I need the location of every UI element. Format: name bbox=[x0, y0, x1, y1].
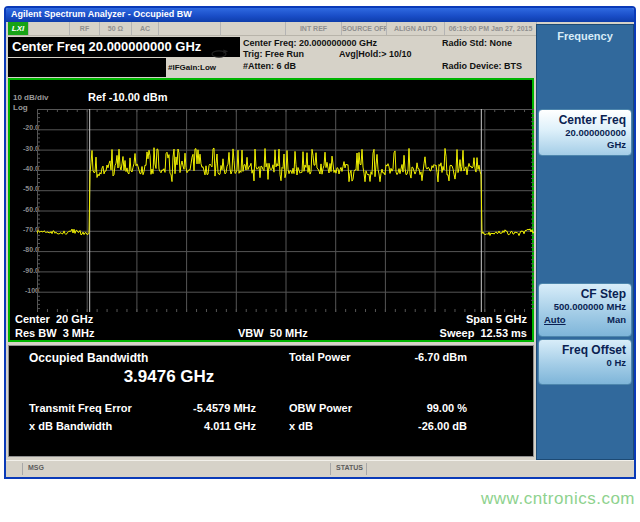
status-bar-divider bbox=[330, 463, 331, 475]
softkey-freq-offset-value: 0 Hz bbox=[544, 357, 626, 369]
screenshot-root: Agilent Spectrum Analyzer - Occupied BW … bbox=[0, 0, 640, 522]
status-cell-blank2 bbox=[159, 22, 221, 35]
softkey-panel: Frequency Center Freq 20.000000000 GHz C… bbox=[536, 24, 634, 460]
status-bar: MSG STATUS bbox=[6, 460, 634, 476]
softkey-cf-step-label: CF Step bbox=[544, 287, 626, 301]
softkey-center-freq[interactable]: Center Freq 20.000000000 GHz bbox=[538, 109, 632, 156]
y-tick-label: -90.0 bbox=[11, 267, 39, 274]
status-cell-source: SOURCE OFF bbox=[342, 22, 387, 35]
annot-trig: Trig: Free Run bbox=[243, 49, 304, 59]
xdb-bandwidth-value: 4.011 GHz bbox=[139, 420, 256, 432]
res-bw-annotation: Res BW 3 MHz bbox=[15, 327, 94, 339]
scale-label: 10 dB/div bbox=[13, 93, 49, 102]
status-cell-align: ALIGN AUTO bbox=[387, 22, 445, 35]
total-power-value: -6.70 dBm bbox=[349, 351, 467, 363]
softkey-freq-offset-label: Freq Offset bbox=[544, 343, 626, 357]
status-cell-blank1 bbox=[29, 22, 70, 35]
cf-step-man-option[interactable]: Man bbox=[607, 313, 626, 326]
annot-atten: #Atten: 6 dB bbox=[243, 61, 296, 71]
softkey-center-freq-value: 20.000000000 GHz bbox=[544, 127, 626, 151]
msg-label: MSG bbox=[28, 464, 44, 471]
status-cell-datetime: 06:19:00 PM Jan 27, 2015 bbox=[445, 22, 537, 35]
secondary-readout-box bbox=[8, 58, 166, 77]
y-tick-label: -30.0 bbox=[11, 145, 39, 152]
xdb-label: x dB bbox=[289, 420, 313, 432]
y-tick-label: -40.0 bbox=[11, 165, 39, 172]
active-function-readout: Center Freq 20.000000000 GHz bbox=[8, 37, 240, 57]
softkey-menu-title: Frequency bbox=[537, 30, 633, 42]
log-label: Log bbox=[13, 103, 28, 112]
status-cell-int-ref: INT REF bbox=[286, 22, 342, 35]
y-tick-label: -60.0 bbox=[11, 206, 39, 213]
watermark: www.cntronics.com bbox=[400, 489, 635, 509]
annot-radio-device: Radio Device: BTS bbox=[442, 61, 522, 71]
annot-radio-std: Radio Std: None bbox=[442, 38, 512, 48]
analyzer-window: Agilent Spectrum Analyzer - Occupied BW … bbox=[4, 6, 636, 479]
measurement-results-panel: Occupied Bandwidth 3.9476 GHz Transmit F… bbox=[8, 345, 534, 457]
y-tick-label: -100 bbox=[11, 287, 39, 294]
ref-level-label: Ref -10.00 dBm bbox=[88, 91, 167, 103]
active-function-text: Center Freq 20.000000000 GHz bbox=[12, 39, 201, 54]
y-tick-label: -80.0 bbox=[11, 246, 39, 253]
obw-label: Occupied Bandwidth bbox=[29, 351, 148, 365]
spectrum-display: 10 dB/div Log Ref -10.00 dBm -20.0 -30.0… bbox=[8, 78, 534, 342]
lxi-badge: LXI bbox=[8, 22, 29, 35]
y-tick-label: -20.0 bbox=[11, 124, 39, 131]
status-label: STATUS bbox=[336, 464, 363, 471]
graticule bbox=[37, 109, 534, 312]
softkey-freq-offset[interactable]: Freq Offset 0 Hz bbox=[538, 339, 632, 385]
status-bar-divider bbox=[22, 463, 23, 475]
status-cell-coupling: AC bbox=[132, 22, 159, 35]
softkey-cf-step-value: 500.000000 MHz bbox=[544, 301, 626, 313]
span-annotation: Span 5 GHz bbox=[466, 313, 527, 325]
total-power-label: Total Power bbox=[289, 351, 351, 363]
instrument-status-strip: LXI RF 50 Ω AC INT REF SOURCE OFF ALIGN … bbox=[8, 22, 537, 36]
annot-center-freq: Center Freq: 20.000000000 GHz bbox=[243, 38, 377, 48]
xdb-bandwidth-label: x dB Bandwidth bbox=[29, 420, 112, 432]
center-freq-annotation: Center 20 GHz bbox=[15, 313, 93, 325]
annot-avg-hold: Avg|Hold:> 10/10 bbox=[339, 49, 411, 59]
transmit-freq-error-label: Transmit Freq Error bbox=[29, 402, 132, 414]
y-tick-label: -70.0 bbox=[11, 226, 39, 233]
cf-step-auto-option[interactable]: Auto bbox=[544, 313, 566, 326]
obw-power-value: 99.00 % bbox=[349, 402, 467, 414]
sweep-annotation: Sweep 12.53 ms bbox=[440, 327, 527, 339]
ifgain-label: #IFGain:Low bbox=[168, 63, 216, 72]
xdb-value: -26.00 dB bbox=[349, 420, 467, 432]
status-cell-rf: RF bbox=[70, 22, 100, 35]
obw-power-label: OBW Power bbox=[289, 402, 352, 414]
window-titlebar[interactable]: Agilent Spectrum Analyzer - Occupied BW bbox=[6, 8, 634, 22]
y-tick-label: -50.0 bbox=[11, 185, 39, 192]
obw-value: 3.9476 GHz bbox=[69, 367, 269, 387]
vbw-annotation: VBW 50 MHz bbox=[238, 327, 308, 339]
softkey-cf-step[interactable]: CF Step 500.000000 MHz Auto Man bbox=[538, 283, 632, 337]
status-bar-divider bbox=[366, 463, 367, 475]
transmit-freq-error-value: -5.4579 MHz bbox=[139, 402, 256, 414]
sweep-loop-icon bbox=[209, 49, 229, 59]
status-cell-blank3 bbox=[221, 22, 286, 35]
window-title: Agilent Spectrum Analyzer - Occupied BW bbox=[11, 9, 192, 19]
softkey-center-freq-label: Center Freq bbox=[544, 113, 626, 127]
status-cell-impedance: 50 Ω bbox=[100, 22, 132, 35]
